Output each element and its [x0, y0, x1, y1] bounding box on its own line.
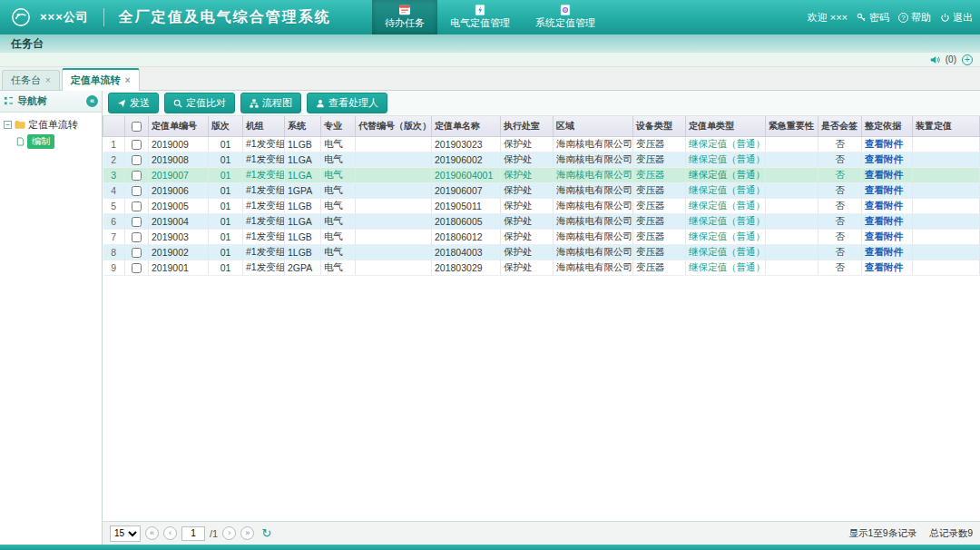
cell-unit: #1发变组 — [243, 213, 285, 229]
nav-item-system-setting[interactable]: 系统定值管理 — [523, 0, 608, 34]
cell-name: 201806005 — [432, 213, 501, 229]
speaker-icon[interactable] — [930, 55, 940, 64]
tab-workbench[interactable]: 任务台 — [2, 70, 60, 90]
attachment-link[interactable]: 查看附件 — [865, 261, 903, 272]
cell-device-value — [913, 213, 980, 229]
table-row[interactable]: 2201900801#1发变组1LGA电气201906002保护处海南核电有限公… — [103, 152, 980, 167]
row-checkbox[interactable] — [132, 155, 142, 165]
cell-checkbox — [125, 167, 149, 182]
user-area: 欢迎 ××× 密码 帮助 退出 — [808, 0, 973, 34]
first-page-button[interactable] — [145, 526, 159, 540]
cell-rev: 01 — [209, 167, 243, 182]
table-row[interactable]: 4201900601#1发变组1GPA电气201906007保护处海南核电有限公… — [103, 182, 980, 198]
row-checkbox[interactable] — [132, 186, 142, 196]
tree-node-setting-order-flow[interactable]: 定值单流转 — [4, 117, 98, 132]
cell-basis: 查看附件 — [862, 198, 913, 213]
attachment-link[interactable]: 查看附件 — [865, 200, 903, 211]
cell-rev: 01 — [209, 213, 243, 229]
tab-setting-order-flow[interactable]: 定值单流转 — [62, 68, 140, 91]
cell-dept: 保护处 — [501, 244, 554, 260]
col-device-value: 装置定值 — [913, 116, 980, 136]
table-row[interactable]: 6201900401#1发变组1LGA电气201806005保护处海南核电有限公… — [103, 213, 980, 229]
cell-basis: 查看附件 — [862, 213, 913, 229]
grid-header-row: 定值单编号 版次 机组 系统 专业 代替编号（版次） 定值单名称 执行处室 区域… — [103, 116, 980, 136]
sidebar-collapse-button[interactable] — [86, 95, 98, 107]
cell-major: 电气 — [321, 136, 356, 152]
cell-code: 2019008 — [149, 152, 209, 167]
system-setting-icon — [560, 5, 571, 15]
cell-order-type: 继保定值（普通） — [686, 213, 766, 229]
cell-replace-code — [356, 198, 432, 213]
nav-item-todo-tasks[interactable]: 待办任务 — [372, 0, 437, 34]
cell-replace-code — [356, 260, 432, 275]
view-handler-button[interactable]: 查看处理人 — [307, 93, 387, 113]
tree-expander-icon[interactable] — [4, 121, 12, 129]
refresh-icon[interactable] — [261, 526, 271, 540]
cell-checkbox — [125, 213, 149, 229]
compare-button[interactable]: 定值比对 — [164, 93, 235, 113]
help-icon — [898, 13, 908, 23]
attachment-link[interactable]: 查看附件 — [865, 169, 903, 180]
cell-device-type: 变压器 — [633, 167, 686, 182]
attachment-link[interactable]: 查看附件 — [865, 153, 903, 164]
page-number-input[interactable] — [181, 526, 205, 541]
sidebar-title: 导航树 — [17, 94, 47, 108]
tab-label: 任务台 — [11, 74, 41, 87]
col-sign: 是否会签 — [818, 116, 862, 136]
cell-order-type: 继保定值（普通） — [686, 244, 766, 260]
page-size-select[interactable]: 15 — [110, 525, 141, 542]
cell-rev: 01 — [209, 136, 243, 152]
flowchart-button[interactable]: 流程图 — [240, 93, 301, 113]
cell-code: 2019009 — [149, 136, 209, 152]
cell-name: 201803029 — [432, 260, 501, 275]
last-page-button[interactable] — [240, 526, 254, 540]
select-all-checkbox[interactable] — [132, 122, 142, 132]
cell-code: 2019002 — [149, 244, 209, 260]
tree-node-compile[interactable]: 编制 — [16, 134, 98, 149]
table-row[interactable]: 5201900501#1发变组1LGB电气201905011保护处海南核电有限公… — [103, 198, 980, 213]
table-row[interactable]: 3201900701#1发变组1LGA电气20190604001保护处海南核电有… — [103, 167, 980, 182]
cell-dept: 保护处 — [501, 213, 554, 229]
cell-code: 2019004 — [149, 213, 209, 229]
workbench-bar: 任务台 — [0, 34, 980, 53]
password-button[interactable]: 密码 — [857, 11, 889, 25]
power-icon — [940, 13, 950, 23]
table-row[interactable]: 8201900201#1发变组1LGB电气201804003保护处海南核电有限公… — [103, 244, 980, 260]
row-checkbox[interactable] — [132, 201, 142, 211]
row-checkbox[interactable] — [132, 217, 142, 227]
row-checkbox[interactable] — [132, 263, 142, 273]
attachment-link[interactable]: 查看附件 — [865, 184, 903, 195]
cell-replace-code — [356, 213, 432, 229]
help-button[interactable]: 帮助 — [898, 11, 931, 25]
attachment-link[interactable]: 查看附件 — [865, 246, 903, 257]
add-panel-button[interactable] — [962, 54, 973, 65]
cell-code: 2019006 — [149, 182, 209, 198]
attachment-link[interactable]: 查看附件 — [865, 215, 903, 226]
cell-device-type: 变压器 — [633, 182, 686, 198]
row-checkbox[interactable] — [132, 140, 142, 150]
attachment-link[interactable]: 查看附件 — [865, 231, 903, 241]
cell-dept: 保护处 — [501, 229, 554, 244]
cell-order-type: 继保定值（普通） — [686, 198, 766, 213]
logout-button[interactable]: 退出 — [940, 11, 973, 25]
table-row[interactable]: 9201900101#1发变组2GPA电气201803029保护处海南核电有限公… — [103, 260, 980, 275]
summary-range: 显示1至9条记录 — [848, 527, 916, 540]
row-checkbox[interactable] — [132, 171, 142, 181]
cell-code: 2019003 — [149, 229, 209, 244]
send-button[interactable]: 发送 — [108, 93, 159, 113]
row-checkbox[interactable] — [132, 248, 142, 258]
cell-device-value — [913, 260, 980, 275]
prev-page-button[interactable] — [163, 526, 177, 540]
nav-item-electric-setting[interactable]: 电气定值管理 — [437, 0, 523, 34]
row-checkbox[interactable] — [132, 232, 142, 242]
tab-close-icon[interactable] — [125, 75, 131, 85]
attachment-link[interactable]: 查看附件 — [865, 138, 903, 149]
send-icon — [117, 99, 126, 108]
cell-unit: #1发变组 — [243, 167, 285, 182]
table-row[interactable]: 7201900301#1发变组1LGB电气201806012保护处海南核电有限公… — [103, 229, 980, 244]
tab-close-icon[interactable] — [45, 75, 51, 85]
col-urgency: 紧急重要性 — [766, 116, 818, 136]
cell-unit: #1发变组 — [243, 229, 285, 244]
next-page-button[interactable] — [222, 526, 236, 540]
table-row[interactable]: 1201900901#1发变组1LGB电气201903023保护处海南核电有限公… — [103, 136, 980, 152]
